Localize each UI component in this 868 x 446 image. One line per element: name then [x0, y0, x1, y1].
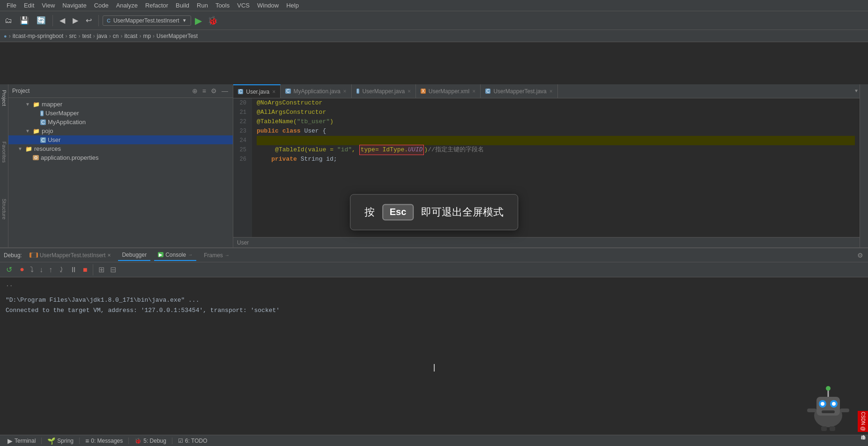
tab-icon-xml: X — [421, 89, 426, 94]
code-editor[interactable]: 20 21 22 23 24 25 26 @NoArgsConstructor … — [233, 98, 860, 237]
status-debug[interactable]: 🐞 5: Debug — [131, 435, 170, 446]
status-messages[interactable]: ≡ 0: Messages — [82, 435, 126, 446]
messages-icon: ≡ — [85, 437, 89, 445]
project-sidebar-icon[interactable]: Project — [0, 88, 8, 108]
status-debug-label: 5: Debug — [143, 438, 166, 444]
new-project-button[interactable]: 🗂 — [2, 15, 15, 27]
debug-variables-button[interactable]: ⊞ — [96, 264, 107, 275]
breadcrumb-part-2[interactable]: test — [82, 33, 91, 39]
breadcrumb-part-5[interactable]: itcast — [124, 33, 137, 39]
tree-pojo-folder[interactable]: ▼ 📁 pojo — [8, 126, 233, 135]
favorites-sidebar-icon[interactable]: Favorites — [0, 140, 8, 164]
run-button[interactable]: ▶ — [193, 14, 204, 27]
debug-button[interactable]: 🐞 — [206, 15, 220, 27]
tab-close-myapp[interactable]: × — [343, 88, 347, 95]
breadcrumb-part-7[interactable]: UserMapperTest — [156, 33, 198, 39]
tab-usermapper-java[interactable]: I UserMapper.java × — [352, 84, 416, 98]
menu-build[interactable]: Build — [172, 1, 193, 10]
debug-rerun-button[interactable]: ↺ — [4, 264, 15, 275]
project-collapse-button[interactable]: ≡ — [201, 86, 207, 96]
structure-sidebar-icon[interactable]: Structure — [0, 197, 8, 222]
breadcrumb-part-0[interactable]: itcast-mp-springboot — [13, 33, 64, 39]
debug-session-tab[interactable]: ⬛ UserMapperTest.testInsert × — [26, 250, 115, 260]
save-button[interactable]: 💾 — [17, 14, 32, 27]
menu-navigate[interactable]: Navigate — [59, 1, 90, 10]
code-line-21: @AllArgsConstructor — [257, 108, 855, 117]
tab-close-usermapper[interactable]: × — [408, 88, 411, 95]
menu-help[interactable]: Help — [282, 1, 303, 10]
project-close-button[interactable]: — — [221, 86, 229, 96]
menu-analyze[interactable]: Analyze — [112, 1, 141, 10]
debug-path-line: "D:\Program Files\Java\jdk1.8.0_171\bin\… — [6, 295, 862, 305]
tab-close-xml[interactable]: × — [472, 88, 475, 95]
debug-step-into-button[interactable]: ↓ — [37, 264, 45, 275]
tab-usermappertest-java[interactable]: C UserMapperTest.java × — [481, 84, 558, 98]
tab-close-mappertest[interactable]: × — [549, 88, 553, 95]
project-settings-button[interactable]: ⚙ — [210, 86, 218, 96]
debug-step-out-button[interactable]: ↑ — [46, 264, 55, 275]
back-button[interactable]: ◀ — [57, 14, 68, 27]
menu-vcs[interactable]: VCS — [233, 1, 253, 10]
debug-step-over-button[interactable]: ⤵ — [28, 264, 36, 275]
debug-content[interactable]: ·· "D:\Program Files\Java\jdk1.8.0_171\b… — [0, 277, 868, 435]
tab-icon-usermapper: I — [356, 89, 360, 94]
tab-user-java[interactable]: C User.java × — [233, 84, 281, 98]
menu-tools[interactable]: Tools — [212, 1, 233, 10]
debug-tab-debugger-label: Debugger — [122, 252, 147, 258]
menu-window[interactable]: Window — [253, 1, 282, 10]
breadcrumb-part-4[interactable]: cn — [113, 33, 119, 39]
menu-run[interactable]: Run — [193, 1, 212, 10]
menu-edit[interactable]: Edit — [20, 1, 38, 10]
project-title: Project — [12, 88, 188, 94]
debug-settings-button[interactable]: ⚙ — [856, 251, 864, 260]
debug-tab-debugger[interactable]: Debugger — [118, 250, 150, 261]
debug-stop-button[interactable]: ■ — [81, 264, 90, 275]
breadcrumb-part-6[interactable]: mp — [143, 33, 151, 39]
tree-app-properties[interactable]: ▶ ⚙ application.properties — [8, 153, 233, 162]
tab-icon-myapp: C — [285, 89, 290, 94]
menu-code[interactable]: Code — [90, 1, 112, 10]
menu-refactor[interactable]: Refactor — [141, 1, 172, 10]
undo-button[interactable]: ↩ — [83, 14, 95, 27]
debug-session-label: UserMapperTest.testInsert — [40, 252, 106, 259]
debug-session-close[interactable]: × — [107, 252, 111, 259]
tab-label-myapp: MyApplication.java — [294, 88, 341, 95]
tree-myapplication[interactable]: ▶ C MyApplication — [8, 118, 233, 126]
tree-user-class[interactable]: ▶ C User — [8, 135, 233, 144]
sync-button[interactable]: 🔄 — [34, 14, 49, 27]
project-tree: ▼ 📁 mapper ▶ I UserMapper ▶ C MyApplicat… — [8, 98, 233, 247]
debug-breakpoint-button[interactable]: ● — [17, 265, 27, 275]
menu-view[interactable]: View — [38, 1, 59, 10]
tree-usermapper[interactable]: ▶ I UserMapper — [8, 109, 233, 118]
robot-mouth — [822, 410, 835, 413]
breadcrumb-part-3[interactable]: java — [97, 33, 107, 39]
debug-run-to-cursor-button[interactable]: ⤸ — [56, 264, 67, 275]
robot-antenna-tip — [826, 386, 831, 391]
status-terminal[interactable]: ▶ Terminal — [4, 435, 39, 446]
menu-file[interactable]: File — [3, 1, 20, 10]
tabs-overflow-arrow[interactable]: ▼ — [853, 89, 860, 94]
debug-tab-console[interactable]: ▶ Console → — [154, 250, 196, 261]
tab-usermapper-xml[interactable]: X UserMapper.xml × — [416, 84, 481, 98]
debug-cursor-area[interactable] — [6, 363, 862, 373]
project-locate-button[interactable]: ⊕ — [191, 86, 199, 96]
code-line-25: @TableId(value = "id", type= IdType.UUID… — [257, 145, 855, 155]
forward-button[interactable]: ▶ — [70, 14, 81, 27]
debug-tab-frames[interactable]: Frames → — [200, 250, 233, 260]
status-todo[interactable]: ☑ 6: TODO — [174, 435, 211, 446]
console-arrow: → — [188, 252, 193, 257]
robot-pupil-left — [821, 402, 824, 406]
project-icon: ● — [4, 33, 7, 39]
debug-pause-button[interactable]: ⏸ — [67, 264, 80, 275]
debug-watches-button[interactable]: ⊟ — [108, 264, 119, 275]
breadcrumb-part-1[interactable]: src — [69, 33, 76, 39]
project-panel-header: Project ⊕ ≡ ⚙ — — [8, 84, 233, 98]
tree-mapper-folder[interactable]: ▼ 📁 mapper — [8, 100, 233, 109]
status-spring[interactable]: 🌱 Spring — [44, 435, 77, 446]
code-content[interactable]: @NoArgsConstructor @AllArgsConstructor @… — [252, 98, 860, 237]
tab-close-user[interactable]: × — [272, 89, 275, 95]
esc-modal: 按 Esc 即可退出全屏模式 — [350, 194, 519, 230]
tree-resources-folder[interactable]: ▼ 📁 resources — [8, 144, 233, 153]
run-config-dropdown[interactable]: C UserMapperTest.testInsert ▼ — [103, 15, 191, 26]
tab-myapplication-java[interactable]: C MyApplication.java × — [281, 84, 351, 98]
